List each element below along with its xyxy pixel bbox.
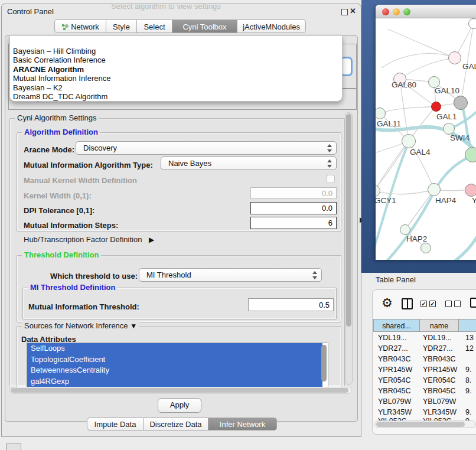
apply-button[interactable]: Apply [158, 398, 201, 413]
table-cell[interactable]: 9. [465, 408, 471, 416]
tab-select[interactable]: Select [137, 19, 172, 33]
select-all-checkbox-icon[interactable]: ✓ [429, 301, 436, 307]
deselect-all-checkbox-icon[interactable] [445, 301, 452, 307]
table-cell[interactable]: YBL079W [423, 397, 456, 406]
table-cell[interactable]: 8. [465, 376, 471, 384]
select-all-checkbox-icon[interactable]: ✓ [420, 301, 427, 307]
network-window-titlebar[interactable] [376, 5, 476, 18]
network-node-gal4[interactable] [402, 134, 416, 148]
list-item[interactable]: gal4RGexp [27, 376, 322, 387]
table-cell[interactable]: YLR345W [378, 408, 412, 416]
float-window-icon[interactable] [341, 9, 348, 15]
manual-kernel-checkbox[interactable] [327, 175, 335, 183]
table-cell[interactable]: YPR145W [378, 366, 412, 374]
column-header-name[interactable]: name [419, 319, 458, 332]
table-h-scrollbar-thumb[interactable] [376, 422, 465, 427]
dropdown-item[interactable]: Mutual Information Inference [12, 74, 338, 83]
table-cell[interactable]: YER054C [423, 376, 456, 384]
table-cell[interactable]: 9. [465, 366, 471, 374]
expander-expanded-icon[interactable]: ▼ [130, 322, 137, 330]
node-label-hap4: HAP4 [435, 196, 456, 205]
tab-cyni-toolbox-label: Cyni Toolbox [182, 22, 226, 31]
network-node[interactable] [468, 18, 476, 29]
mi-type-combobox[interactable]: Naive Bayes [161, 156, 337, 170]
which-threshold-combobox[interactable]: MI Threshold [139, 268, 322, 282]
network-node-gal1[interactable] [431, 102, 441, 112]
table-cell[interactable]: YPR145W [423, 366, 457, 374]
dropdown-item[interactable]: Dream8 DC_TDC Algorithm [12, 92, 338, 101]
close-panel-icon[interactable]: ✕ [350, 6, 356, 15]
network-node[interactable] [420, 243, 431, 253]
network-node-pink[interactable] [465, 184, 476, 197]
close-button[interactable] [382, 8, 389, 15]
table-cell[interactable]: YDL19... [378, 334, 407, 342]
export-table-icon[interactable] [470, 298, 476, 308]
table-cell[interactable]: YBR045C [378, 387, 411, 395]
table-cell[interactable]: YDL19... [423, 334, 452, 342]
table-cell[interactable]: 13 [465, 334, 474, 342]
aracne-mode-combobox[interactable]: Discovery [76, 141, 337, 155]
node-label-clipped: Y [472, 196, 476, 205]
column-view-icon[interactable] [402, 298, 413, 309]
tab-discretize-data[interactable]: Discretize Data [144, 418, 208, 431]
tab-impute-data-label: Impute Data [94, 420, 136, 429]
hub-definition-label: Hub/Transcription Factor Definition [24, 235, 142, 244]
tab-infer-network[interactable]: Infer Network [208, 418, 277, 431]
aracne-mode-label: Aracne Mode: [24, 145, 74, 154]
network-node-hap2[interactable] [400, 224, 410, 235]
table-cell[interactable]: YBL079W [378, 397, 411, 406]
network-canvas[interactable]: GAL80 GAL10 GAL1 GAL11 SWI4 GAL4 GCY1 HA… [376, 18, 476, 260]
table-cell[interactable]: 12 [465, 344, 474, 353]
settings-h-scrollbar-thumb[interactable] [11, 388, 348, 393]
table-cell[interactable]: YER054C [378, 376, 411, 384]
kernel-width-input[interactable] [250, 187, 337, 199]
list-item[interactable]: BetweennessCentrality [27, 365, 322, 376]
network-node-gray[interactable] [454, 96, 468, 110]
network-node-hap4[interactable] [428, 183, 441, 196]
hub-definition-expander[interactable]: Hub/Transcription Factor Definition ▶ [24, 235, 154, 244]
network-node-swi4[interactable] [443, 123, 455, 135]
tab-infer-network-label: Infer Network [220, 420, 265, 429]
dropdown-item-selected[interactable]: ARACNE Algorithm [12, 65, 338, 74]
mi-steps-input[interactable] [250, 217, 337, 229]
list-scrollbar-thumb[interactable] [321, 345, 327, 381]
dpi-tolerance-input[interactable] [250, 202, 337, 214]
tab-style[interactable]: Style [106, 19, 137, 33]
aracne-mode-value: Discovery [83, 144, 117, 152]
gear-icon[interactable]: ⚙ [382, 296, 393, 310]
table-cell[interactable]: YBR043C [378, 355, 411, 363]
screen: Control Panel ✕ Network Style Select Cyn… [0, 0, 476, 450]
column-header-shared[interactable]: shared... [373, 319, 419, 332]
tab-network-label: Network [71, 22, 99, 31]
list-item[interactable]: SelfLoops [27, 343, 322, 354]
table-cell[interactable]: YLR345W [423, 408, 457, 416]
table-cell[interactable]: YDR27... [378, 344, 408, 353]
tab-network[interactable]: Network [54, 19, 106, 33]
combo-stepper-icon [312, 271, 317, 279]
table-cell[interactable]: YBR045C [423, 387, 456, 395]
dropdown-item[interactable]: Basic Correlation Inference [12, 56, 338, 64]
list-item[interactable]: TopologicalCoefficient [27, 354, 322, 366]
dpi-tolerance-label: DPI Tolerance [0,1]: [24, 206, 94, 215]
table-cell[interactable]: YBR043C [423, 355, 456, 363]
tab-cyni-toolbox[interactable]: Cyni Toolbox [172, 19, 237, 33]
data-attributes-list[interactable]: SelfLoops TopologicalCoefficient Between… [26, 343, 328, 387]
dropdown-item[interactable]: Bayesian – K2 [12, 83, 338, 92]
tab-jactivemnodules[interactable]: jActiveMNodules [237, 19, 306, 33]
network-node-green-large[interactable] [465, 147, 476, 162]
minimize-button[interactable] [393, 8, 400, 15]
tab-impute-data[interactable]: Impute Data [87, 418, 144, 431]
table-panel-title: Table Panel [376, 275, 416, 284]
zoom-button[interactable] [403, 8, 410, 15]
network-node-gal7[interactable] [448, 51, 461, 64]
table-cell[interactable]: 9. [465, 387, 471, 395]
collapsed-panel-button[interactable] [6, 444, 21, 450]
settings-scrollbar-thumb[interactable] [346, 114, 351, 327]
tab-select-label: Select [144, 22, 165, 31]
dropdown-item[interactable]: Bayesian – Hill Climbing [12, 47, 338, 56]
mi-threshold-input[interactable] [248, 298, 334, 311]
deselect-all-checkbox-icon[interactable] [454, 301, 461, 307]
table-cell[interactable]: YDR27... [423, 344, 453, 353]
column-header-clipped[interactable] [458, 319, 476, 332]
node-label-swi4: SWI4 [450, 133, 470, 142]
